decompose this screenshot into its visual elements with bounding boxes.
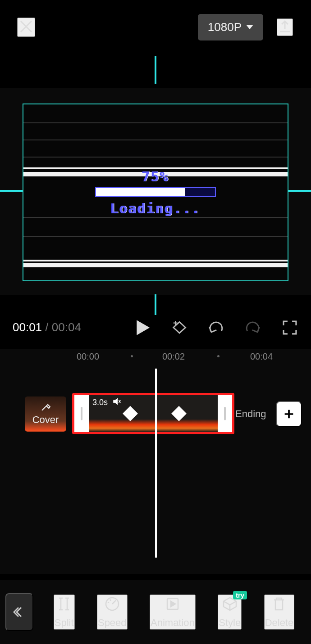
clip-handle-left[interactable] xyxy=(74,395,89,432)
tool-speed[interactable]: Speed xyxy=(97,594,128,630)
add-keyframe-button[interactable] xyxy=(170,319,188,336)
tool-split[interactable]: Split xyxy=(54,594,75,630)
play-button[interactable] xyxy=(133,319,151,336)
ruler-mark: 00:02 xyxy=(162,351,185,362)
try-badge: try xyxy=(233,591,247,599)
alignment-guide-top xyxy=(155,56,156,84)
alignment-guide-right xyxy=(288,190,311,192)
progress-percent: 75% xyxy=(92,169,219,185)
tool-label: Animation xyxy=(151,617,195,629)
preview-canvas[interactable]: 75% Loading... xyxy=(23,104,288,281)
tool-label: Style xyxy=(219,617,241,629)
ruler-dot xyxy=(217,355,220,357)
timeline[interactable]: 00:00 00:02 00:04 Cover 3.0s xyxy=(0,349,311,574)
tool-label: Split xyxy=(55,617,74,629)
tool-style[interactable]: try Style xyxy=(218,594,242,630)
redo-button[interactable] xyxy=(244,319,261,336)
ruler-mark: 00:00 xyxy=(77,351,99,362)
time-separator: / xyxy=(45,320,48,334)
tool-label: Delete xyxy=(265,617,294,629)
cover-label: Cover xyxy=(32,414,59,426)
collapse-toolbar-button[interactable] xyxy=(5,593,33,631)
add-clip-button[interactable] xyxy=(276,401,302,427)
undo-button[interactable] xyxy=(207,319,224,336)
preview-content: 75% Loading... xyxy=(92,169,219,216)
clip-duration: 3.0s xyxy=(92,398,108,407)
fullscreen-button[interactable] xyxy=(281,319,298,336)
mute-icon xyxy=(112,397,121,408)
clip-handle-right[interactable] xyxy=(218,395,232,432)
ending-label: Ending xyxy=(235,408,266,420)
total-time: 00:04 xyxy=(52,320,81,334)
tool-delete[interactable]: Delete xyxy=(264,594,295,630)
alignment-guide-bottom xyxy=(155,294,156,315)
resolution-dropdown[interactable]: 1080P xyxy=(198,14,263,41)
tool-animation[interactable]: Animation xyxy=(150,594,196,630)
playhead[interactable] xyxy=(155,369,157,558)
ruler-dot xyxy=(131,355,133,357)
current-time: 00:01 xyxy=(13,320,42,334)
keyframe-marker[interactable] xyxy=(171,406,187,421)
close-button[interactable] xyxy=(17,18,35,37)
preview-area: 75% Loading... xyxy=(0,54,311,306)
alignment-guide-left xyxy=(0,190,23,192)
timeline-ruler: 00:00 00:02 00:04 xyxy=(0,349,311,367)
chevron-down-icon xyxy=(246,25,253,29)
keyframe-marker[interactable] xyxy=(123,406,138,421)
cover-button[interactable]: Cover xyxy=(25,396,66,432)
progress-bar xyxy=(95,187,216,197)
tool-label: Speed xyxy=(98,617,127,629)
resolution-label: 1080P xyxy=(208,20,242,34)
bottom-toolbar: Split Speed Animation try Style Delete xyxy=(0,580,311,644)
clip-body[interactable]: 3.0s xyxy=(89,395,218,432)
top-bar: 1080P xyxy=(0,0,311,54)
ruler-mark: 00:04 xyxy=(250,351,273,362)
video-clip[interactable]: 3.0s xyxy=(72,393,234,434)
loading-text: Loading... xyxy=(92,201,219,216)
time-display: 00:01 / 00:04 xyxy=(13,320,81,334)
export-button[interactable] xyxy=(277,18,293,36)
